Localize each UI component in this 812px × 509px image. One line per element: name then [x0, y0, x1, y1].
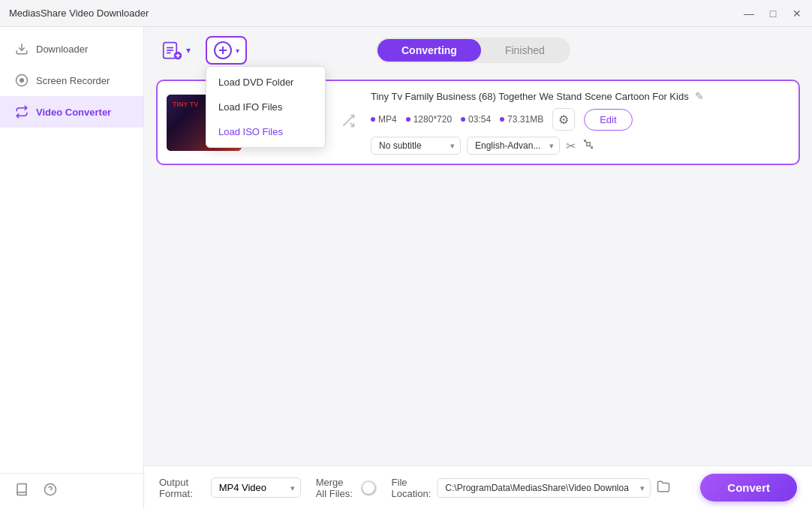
- file-location-area: File Location: C:\ProgramData\MediasShar…: [392, 477, 671, 499]
- output-format-select[interactable]: MP4 Video MKV Video AVI Video MOV Video …: [211, 477, 301, 498]
- subtitle-row: No subtitle English-Advan... ✂: [371, 137, 789, 155]
- close-button[interactable]: ✕: [791, 8, 803, 20]
- video-title-row: Tiny Tv Family Business (68) Together We…: [371, 90, 789, 102]
- video-title-section: Tiny Tv Family Business (68) Together We…: [371, 90, 789, 155]
- svg-point-2: [20, 79, 24, 83]
- folder-icon[interactable]: [657, 480, 670, 496]
- tab-finished[interactable]: Finished: [481, 39, 569, 62]
- output-format-label: Output Format:: [159, 477, 196, 499]
- video-title: Tiny Tv Family Business (68) Together We…: [371, 91, 689, 102]
- add-file-button[interactable]: ▾: [156, 37, 197, 64]
- load-dropdown-trigger[interactable]: ▾: [207, 38, 245, 63]
- window-controls: — □ ✕: [743, 8, 803, 20]
- tab-container: Converting Finished: [376, 38, 570, 63]
- output-format-dot: [371, 117, 375, 122]
- app-title: MediasShare Video Downloader: [9, 8, 149, 19]
- sidebar-item-label: Video Converter: [36, 107, 111, 118]
- toggle-knob: [362, 482, 374, 494]
- edit-button[interactable]: Edit: [584, 109, 632, 131]
- sidebar-item-label: Downloader: [36, 44, 88, 55]
- language-select-wrapper: English-Advan...: [467, 137, 560, 155]
- content-area: ▾ ▾ Load DVD Folder Load IFO Files Load: [144, 27, 812, 509]
- tab-converting[interactable]: Converting: [377, 39, 481, 62]
- merge-label: Merge All Files:: [316, 477, 355, 499]
- output-resolution-dot: [406, 117, 411, 122]
- output-duration-dot: [461, 117, 465, 122]
- settings-gear-button[interactable]: ⚙: [552, 108, 575, 131]
- sidebar-item-label: Screen Recorder: [36, 75, 110, 86]
- subtitle-select[interactable]: No subtitle: [371, 137, 461, 155]
- format-select-wrapper: MP4 Video MKV Video AVI Video MOV Video …: [211, 477, 301, 498]
- output-resolution: 1280*720: [406, 114, 452, 125]
- convert-button[interactable]: Convert: [700, 474, 797, 501]
- maximize-button[interactable]: □: [767, 8, 779, 20]
- output-size: 73.31MB: [500, 114, 543, 125]
- merge-toggle-switch[interactable]: [361, 480, 377, 495]
- output-format: MP4: [371, 114, 397, 125]
- load-dropdown-menu: Load DVD Folder Load IFO Files Load ISO …: [206, 66, 326, 148]
- download-icon: [15, 42, 29, 56]
- svg-rect-19: [587, 143, 591, 146]
- subtitle-select-wrapper: No subtitle: [371, 137, 461, 155]
- crop-icon[interactable]: [582, 137, 595, 154]
- load-chevron-icon: ▾: [236, 47, 239, 55]
- file-path-select[interactable]: C:\ProgramData\MediasShare\Video Downloa: [437, 478, 651, 498]
- record-icon: [15, 74, 29, 87]
- file-location-label: File Location:: [392, 477, 432, 499]
- merge-toggle-area: Merge All Files:: [316, 477, 377, 499]
- minimize-button[interactable]: —: [743, 8, 755, 20]
- toolbar: ▾ ▾ Load DVD Folder Load IFO Files Load: [144, 27, 812, 74]
- language-select[interactable]: English-Advan...: [467, 137, 560, 155]
- output-size-dot: [500, 117, 504, 122]
- circle-plus-icon: [213, 41, 233, 60]
- help-icon[interactable]: [44, 483, 57, 500]
- file-path-wrapper: C:\ProgramData\MediasShare\Video Downloa: [437, 478, 651, 498]
- bottom-bar: Output Format: MP4 Video MKV Video AVI V…: [144, 465, 812, 509]
- book-icon[interactable]: [15, 483, 29, 500]
- convert-icon: [15, 105, 29, 119]
- shuffle-icon: [341, 113, 356, 131]
- load-ifo-files-item[interactable]: Load IFO Files: [206, 95, 325, 119]
- add-file-icon: [162, 40, 183, 61]
- output-duration: 03:54: [461, 114, 491, 125]
- sidebar-item-screen-recorder[interactable]: Screen Recorder: [0, 65, 143, 96]
- sidebar-item-downloader[interactable]: Downloader: [0, 33, 143, 65]
- load-dvd-folder-item[interactable]: Load DVD Folder: [206, 70, 325, 95]
- sidebar-item-video-converter[interactable]: Video Converter: [0, 96, 143, 128]
- load-dropdown-area[interactable]: ▾ Load DVD Folder Load IFO Files Load IS…: [206, 36, 247, 65]
- chevron-down-icon: ▾: [186, 45, 191, 56]
- sidebar-bottom: [0, 473, 143, 509]
- cut-icon[interactable]: ✂: [566, 139, 576, 153]
- edit-title-icon[interactable]: ✎: [695, 90, 704, 102]
- titlebar: MediasShare Video Downloader — □ ✕: [0, 0, 812, 27]
- sidebar: Downloader Screen Recorder Video Conve: [0, 27, 144, 509]
- load-iso-files-item[interactable]: Load ISO Files: [206, 119, 325, 144]
